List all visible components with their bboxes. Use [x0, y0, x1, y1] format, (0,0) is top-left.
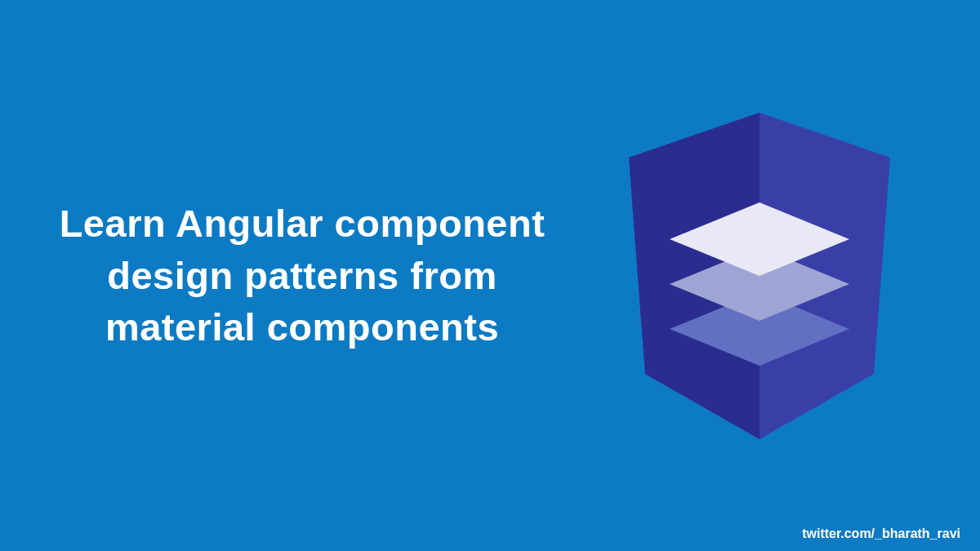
- text-section: Learn Angular component design patterns …: [49, 198, 588, 353]
- angular-shield-icon: [604, 96, 915, 455]
- attribution-text: twitter.com/_bharath_ravi: [802, 527, 960, 541]
- logo-section: [588, 96, 931, 455]
- slide-title: Learn Angular component design patterns …: [49, 198, 555, 353]
- slide-container: Learn Angular component design patterns …: [0, 0, 980, 551]
